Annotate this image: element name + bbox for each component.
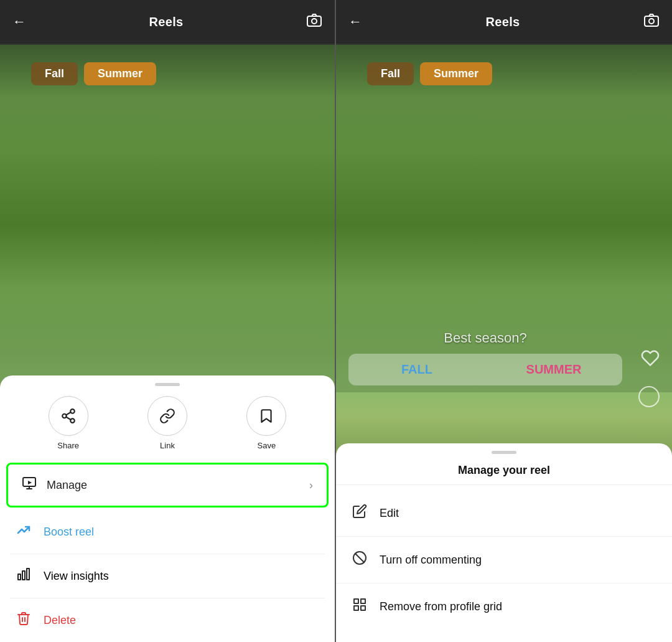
manage-icon xyxy=(22,476,37,494)
left-header-title: Reels xyxy=(149,15,184,29)
poll-options: FALL SUMMER xyxy=(348,354,622,385)
right-tag-summer: Summer xyxy=(420,62,492,85)
profile-circle-icon[interactable] xyxy=(638,386,660,407)
edit-label: Edit xyxy=(380,507,399,520)
svg-rect-9 xyxy=(18,574,21,580)
save-icon-item: Save xyxy=(246,396,286,450)
link-button[interactable] xyxy=(147,396,187,436)
left-sheet-icons-row: Share Link Save xyxy=(0,396,335,463)
link-label: Link xyxy=(160,441,175,450)
share-label: Share xyxy=(57,441,79,450)
svg-rect-10 xyxy=(22,571,25,580)
right-header-title: Reels xyxy=(486,15,520,29)
edit-item[interactable]: Edit xyxy=(336,490,672,537)
manage-row[interactable]: Manage › xyxy=(6,463,329,507)
right-top-bar: ← Reels xyxy=(336,0,672,44)
left-tag-row: Fall Summer xyxy=(0,62,335,85)
turn-off-commenting-item[interactable]: Turn off commenting xyxy=(336,537,672,583)
view-insights-item[interactable]: View insights xyxy=(0,554,335,598)
svg-point-13 xyxy=(649,19,654,24)
poll-option-fall[interactable]: FALL xyxy=(348,354,485,385)
poll-option-summer[interactable]: SUMMER xyxy=(485,354,622,385)
left-bottom-sheet: Share Link Save xyxy=(0,375,335,642)
left-camera-icon[interactable] xyxy=(306,12,322,32)
boost-icon xyxy=(15,522,32,541)
svg-line-6 xyxy=(66,412,70,415)
svg-marker-8 xyxy=(28,481,32,484)
remove-from-grid-item[interactable]: Remove from profile grid xyxy=(336,583,672,630)
left-top-bar: ← Reels xyxy=(0,0,335,44)
heart-icon[interactable] xyxy=(641,349,660,372)
turn-off-commenting-label: Turn off commenting xyxy=(380,554,482,567)
right-sheet-handle xyxy=(492,451,516,454)
delete-item[interactable]: Delete xyxy=(0,598,335,642)
svg-point-1 xyxy=(312,19,317,24)
right-tag-row: Fall Summer xyxy=(336,62,672,85)
right-back-button[interactable]: ← xyxy=(348,14,362,30)
right-camera-icon[interactable] xyxy=(643,12,660,32)
share-button[interactable] xyxy=(49,396,88,436)
edit-icon xyxy=(351,504,368,522)
right-tag-fall: Fall xyxy=(367,62,414,85)
svg-rect-0 xyxy=(307,16,321,26)
manage-chevron-icon: › xyxy=(309,479,313,492)
share-icon-item: Share xyxy=(49,396,88,450)
svg-rect-18 xyxy=(354,606,358,610)
delete-label: Delete xyxy=(44,614,76,627)
manage-label: Manage xyxy=(47,479,309,492)
right-panel: ← Reels Fall Summer Best season? FALL SU… xyxy=(336,0,672,642)
remove-from-grid-label: Remove from profile grid xyxy=(380,600,502,613)
left-panel: ← Reels Fall Summer xyxy=(0,0,336,642)
left-back-button[interactable]: ← xyxy=(12,14,26,30)
svg-rect-19 xyxy=(361,606,365,610)
left-tag-fall: Fall xyxy=(31,62,78,85)
manage-your-reel-title: Manage your reel xyxy=(336,464,672,485)
boost-label: Boost reel xyxy=(44,526,94,539)
comment-off-icon xyxy=(351,550,368,569)
boost-reel-item[interactable]: Boost reel xyxy=(0,510,335,554)
link-icon-item: Link xyxy=(147,396,187,450)
svg-line-15 xyxy=(355,554,364,562)
svg-rect-16 xyxy=(354,599,358,603)
svg-rect-17 xyxy=(361,599,365,603)
grid-icon xyxy=(351,597,368,616)
insights-icon xyxy=(15,567,32,585)
save-label: Save xyxy=(257,441,276,450)
delete-icon xyxy=(15,611,32,630)
poll-question: Best season? xyxy=(348,330,622,346)
save-button[interactable] xyxy=(246,396,286,436)
insights-label: View insights xyxy=(44,570,109,583)
left-tree-area xyxy=(0,44,335,392)
svg-line-5 xyxy=(66,417,70,420)
svg-rect-11 xyxy=(27,569,29,580)
left-tag-summer: Summer xyxy=(84,62,156,85)
left-sheet-handle xyxy=(155,383,180,386)
right-bottom-sheet: Manage your reel Edit Turn off commentin… xyxy=(336,443,672,642)
svg-rect-12 xyxy=(645,16,658,26)
